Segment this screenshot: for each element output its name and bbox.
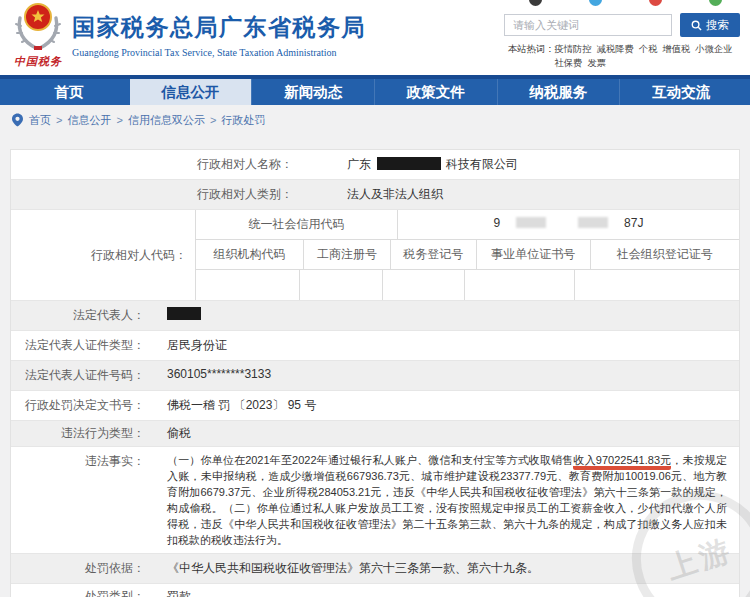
- site-header: 中国税务 国家税务总局广东省税务局 Guangdong Provincial T…: [0, 0, 750, 75]
- redaction-box: [167, 307, 201, 320]
- row-value: 偷税: [155, 421, 739, 446]
- breadcrumb-separator: >: [56, 114, 62, 126]
- credit-code-value: 987J: [398, 210, 739, 239]
- blur-redaction: [578, 217, 608, 228]
- row-label: 处罚类别：: [11, 584, 155, 597]
- row-legal-rep: 法定代表人：: [11, 301, 739, 331]
- code-values-row: [196, 270, 739, 300]
- facts-text: ，未按规定入账，未申报纳税，造成少缴增值税667936.73元、城市维护建设税2…: [167, 454, 727, 546]
- company-name-prefix: 广东: [347, 157, 371, 171]
- site-hotwords: 本站热词： 疫情防控 减税降费 个税 增值税 小微企业 社保费 发票: [508, 42, 740, 70]
- nav-item-interaction[interactable]: 互动交流: [619, 79, 742, 105]
- row-value: 《中华人民共和国税收征收管理法》第六十三条第一款、第六十九条。: [155, 554, 739, 583]
- row-penalty-basis: 处罚依据： 《中华人民共和国税收征收管理法》第六十三条第一款、第六十九条。: [11, 554, 739, 584]
- penalty-detail-table: 行政相对人名称： 广东科技有限公司 行政相对人类别： 法人及非法人组织 行政相对…: [10, 149, 740, 597]
- search-input[interactable]: [504, 14, 672, 36]
- company-name-suffix: 科技有限公司: [446, 157, 518, 171]
- site-title: 国家税务总局广东省税务局: [72, 12, 366, 43]
- column-header: 税务登记号: [391, 240, 477, 269]
- nav-item-policy[interactable]: 政策文件: [374, 79, 497, 105]
- breadcrumb-credit-disclosure[interactable]: 信用信息双公示: [128, 113, 205, 128]
- hotword-link[interactable]: 小微企业: [695, 42, 732, 56]
- tax-emblem-icon: [12, 2, 64, 52]
- codes-table: 统一社会信用代码 987J 组织机构代码 工商注册号 税务登记号 事业单位证书号…: [195, 210, 739, 300]
- hotwords-label: 本站热词：: [508, 42, 554, 70]
- search-button-label: 搜索: [706, 18, 729, 33]
- row-penalty-category: 处罚类别： 罚款: [11, 584, 739, 597]
- logo-caption: 中国税务: [8, 54, 68, 69]
- row-label: 行政相对人类别：: [11, 180, 311, 209]
- row-label: 违法事实：: [11, 447, 155, 553]
- row-value: 广东科技有限公司: [311, 150, 739, 179]
- main-nav: 首页 信息公开 新闻动态 政策文件 纳税服务 互动交流: [0, 75, 750, 105]
- breadcrumb-separator: >: [210, 114, 216, 126]
- search-area: 搜索: [504, 13, 740, 37]
- column-header: 事业单位证书号: [477, 240, 591, 269]
- hotword-link[interactable]: 疫情防控: [554, 42, 591, 56]
- nav-item-home[interactable]: 首页: [8, 79, 130, 105]
- column-header: 社会组织登记证号: [591, 240, 739, 269]
- empty-cell: [383, 270, 465, 300]
- empty-cell: [300, 270, 382, 300]
- hotword-link[interactable]: 减税降费: [597, 42, 634, 56]
- row-value: [155, 301, 739, 330]
- row-admin-category: 行政相对人类别： 法人及非法人组织: [11, 180, 739, 210]
- row-label: 行政相对人名称：: [11, 150, 311, 179]
- row-id-type: 法定代表人证件类型： 居民身份证: [11, 331, 739, 361]
- row-label: 法定代表人证件类型：: [11, 331, 155, 360]
- row-admin-codes: 行政相对人代码： 统一社会信用代码 987J 组织机构代码 工商注册号 税务登记…: [11, 210, 739, 301]
- redaction-box: [377, 157, 441, 170]
- share-icon-wechat[interactable]: [709, 0, 722, 6]
- hotword-link[interactable]: 增值税: [662, 42, 690, 56]
- hotword-link[interactable]: 发票: [587, 56, 606, 70]
- breadcrumb-info-disclosure[interactable]: 信息公开: [67, 113, 111, 128]
- code-headers-row: 组织机构代码 工商注册号 税务登记号 事业单位证书号 社会组织登记证号: [196, 240, 739, 270]
- row-violation-type: 违法行为类型： 偷税: [11, 421, 739, 447]
- credit-code-prefix: 9: [493, 216, 500, 230]
- page: 中国税务 国家税务总局广东省税务局 Guangdong Provincial T…: [0, 0, 750, 597]
- site-logo[interactable]: 中国税务: [8, 2, 68, 69]
- row-value: 佛税一稽 罚 〔2023〕 95 号: [155, 391, 739, 420]
- nav-item-news[interactable]: 新闻动态: [251, 79, 374, 105]
- row-value: 360105********3133: [155, 361, 739, 390]
- share-icon-weibo[interactable]: [589, 0, 602, 6]
- row-label: 法定代表人：: [11, 301, 155, 330]
- site-subtitle: Guangdong Provincial Tax Service, State …: [72, 47, 366, 58]
- row-label: 违法行为类型：: [11, 421, 155, 446]
- empty-cell: [575, 270, 739, 300]
- facts-text: （一）你单位在2021年至2022年通过银行私人账户、微信和支付宝等方式收取销售: [167, 454, 573, 466]
- row-value: 法人及非法人组织: [311, 180, 739, 209]
- hotword-link[interactable]: 个税: [639, 42, 658, 56]
- share-icon-dark[interactable]: [529, 0, 542, 6]
- empty-cell: [465, 270, 575, 300]
- row-value: 居民身份证: [155, 331, 739, 360]
- breadcrumb-home[interactable]: 首页: [29, 113, 51, 128]
- row-doc-number: 行政处罚决定文书号： 佛税一稽 罚 〔2023〕 95 号: [11, 391, 739, 421]
- row-label: 法定代表人证件号码：: [11, 361, 155, 390]
- row-label: 行政相对人代码：: [11, 210, 195, 300]
- red-underline-annotation: 收入97022541.83元: [573, 454, 671, 470]
- nav-item-tax-service[interactable]: 纳税服务: [497, 79, 620, 105]
- blur-redaction: [516, 217, 546, 228]
- breadcrumb-current: 行政处罚: [221, 113, 265, 128]
- site-titles: 国家税务总局广东省税务局 Guangdong Provincial Tax Se…: [72, 12, 366, 58]
- breadcrumb: 首页 > 信息公开 > 信用信息双公示 > 行政处罚: [0, 105, 750, 135]
- search-icon: [691, 20, 702, 31]
- credit-code-label: 统一社会信用代码: [196, 210, 398, 239]
- search-button[interactable]: 搜索: [680, 13, 740, 37]
- breadcrumb-separator: >: [116, 114, 122, 126]
- row-id-number: 法定代表人证件号码： 360105********3133: [11, 361, 739, 391]
- row-value: （一）你单位在2021年至2022年通过银行私人账户、微信和支付宝等方式收取销售…: [155, 447, 739, 553]
- row-value: 罚款: [155, 584, 739, 597]
- quick-share-icons: [529, 0, 722, 6]
- hotword-link[interactable]: 社保费: [554, 56, 582, 70]
- row-label: 行政处罚决定文书号：: [11, 391, 155, 420]
- credit-code-suffix: 87J: [624, 216, 643, 230]
- share-icon-red[interactable]: [649, 0, 662, 6]
- empty-cell: [196, 270, 300, 300]
- credit-code-row: 统一社会信用代码 987J: [196, 210, 739, 240]
- row-violation-facts: 违法事实： （一）你单位在2021年至2022年通过银行私人账户、微信和支付宝等…: [11, 447, 739, 554]
- column-header: 工商注册号: [304, 240, 390, 269]
- nav-item-info-disclosure[interactable]: 信息公开: [130, 79, 252, 105]
- location-pin-icon: [12, 113, 23, 127]
